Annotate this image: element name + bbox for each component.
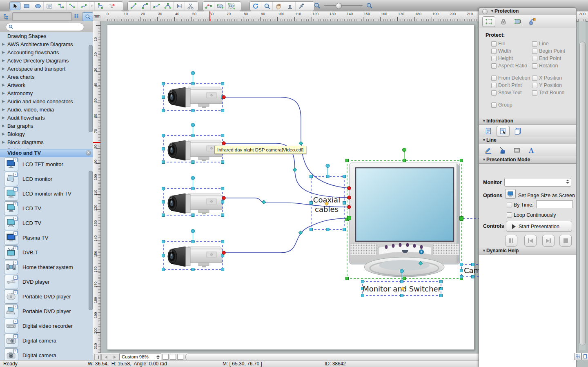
selection-handle[interactable] bbox=[162, 254, 165, 257]
disclosure-triangle-icon[interactable]: ▶ bbox=[0, 75, 7, 79]
selection-handle[interactable] bbox=[460, 159, 463, 162]
pan-window-icon[interactable] bbox=[574, 353, 581, 360]
selection-handle[interactable] bbox=[460, 269, 463, 272]
selection-handle[interactable] bbox=[162, 147, 165, 150]
selection-handle[interactable] bbox=[343, 228, 346, 231]
fit-page-icon[interactable] bbox=[581, 353, 588, 360]
zoom-level-selector[interactable]: Custom 98% bbox=[119, 354, 161, 360]
line-style-icon[interactable] bbox=[482, 145, 494, 155]
rotation-handle[interactable] bbox=[191, 176, 195, 180]
delete-connector-icon[interactable] bbox=[106, 2, 117, 10]
protect-checkbox-group[interactable] bbox=[491, 102, 497, 108]
selection-handle[interactable] bbox=[472, 276, 474, 278]
selection-handle[interactable] bbox=[221, 161, 224, 164]
library-item-row[interactable]: LCD monitor bbox=[0, 171, 93, 186]
by-time-input[interactable] bbox=[536, 200, 573, 208]
page-tabs[interactable] bbox=[163, 354, 183, 360]
library-item-row[interactable]: Home theater system bbox=[0, 260, 93, 274]
curve-connector-icon[interactable] bbox=[78, 2, 89, 10]
rotation-handle[interactable] bbox=[400, 269, 404, 273]
selection-handle[interactable] bbox=[221, 109, 224, 112]
zoom-slider[interactable] bbox=[324, 5, 363, 7]
disclosure-triangle-icon[interactable]: ▶ bbox=[0, 58, 7, 62]
library-item-row[interactable]: DVD player bbox=[0, 274, 93, 289]
arc-icon[interactable] bbox=[139, 2, 151, 10]
disclosure-triangle-icon[interactable]: ▶ bbox=[0, 67, 7, 71]
shadow-style-icon[interactable] bbox=[511, 145, 523, 155]
library-item-row[interactable]: Digital video recorder bbox=[0, 318, 93, 333]
selection-handle[interactable] bbox=[192, 214, 194, 217]
rotation-handle[interactable] bbox=[326, 164, 330, 168]
group-shapes-icon[interactable] bbox=[226, 2, 237, 10]
library-category-row[interactable]: ▶Accounting flowcharts bbox=[0, 48, 93, 56]
panel-close-icon[interactable] bbox=[482, 9, 488, 14]
protect-checkbox-y-position[interactable] bbox=[532, 83, 537, 88]
selection-handle[interactable] bbox=[162, 214, 165, 217]
selection-handle[interactable] bbox=[472, 263, 474, 266]
stamp-icon[interactable] bbox=[284, 2, 296, 10]
rotation-handle[interactable] bbox=[191, 123, 195, 127]
disclosure-triangle-icon[interactable]: ▶ bbox=[0, 50, 7, 54]
library-category-row[interactable]: ▶Audio, video, media bbox=[0, 105, 93, 113]
start-presentation-button[interactable]: Start Presentation bbox=[506, 221, 572, 232]
selection-handle[interactable] bbox=[403, 159, 406, 162]
protect-checkbox-width[interactable] bbox=[491, 49, 497, 54]
selection-handle[interactable] bbox=[361, 294, 364, 297]
plasma-icon[interactable] bbox=[4, 231, 18, 245]
protect-size-icon[interactable] bbox=[512, 17, 524, 27]
selection-handle[interactable] bbox=[310, 202, 313, 205]
library-item-row[interactable]: LCD TV bbox=[0, 216, 93, 230]
library-category-row[interactable]: ▶AWS Architecture Diagrams bbox=[0, 40, 93, 48]
protection-header[interactable]: ▼Protection bbox=[479, 8, 576, 15]
selection-info-icon[interactable] bbox=[497, 126, 510, 136]
selection-handle[interactable] bbox=[326, 228, 329, 231]
dvd-icon[interactable] bbox=[4, 275, 18, 289]
stop-button[interactable] bbox=[559, 235, 572, 247]
cursor-icon[interactable] bbox=[9, 2, 21, 10]
cctv-camera-3[interactable] bbox=[168, 193, 222, 214]
zoom-out-icon[interactable] bbox=[314, 2, 321, 9]
disclosure-triangle-icon[interactable]: ▶ bbox=[0, 107, 7, 111]
protect-checkbox-rotation[interactable] bbox=[532, 63, 537, 69]
zoom-slider-thumb[interactable] bbox=[336, 3, 342, 9]
pause-button[interactable] bbox=[505, 235, 517, 247]
library-category-row[interactable]: ▶Bubble diagrams bbox=[0, 146, 93, 149]
category-scrollbar[interactable] bbox=[89, 45, 93, 132]
theater-icon[interactable] bbox=[4, 260, 18, 274]
rotation-handle[interactable] bbox=[191, 71, 195, 75]
dcam2-icon[interactable] bbox=[4, 348, 18, 360]
lcd-mon-tv-icon[interactable] bbox=[4, 187, 18, 201]
search-icon[interactable] bbox=[82, 12, 93, 21]
disclosure-triangle-icon[interactable]: ▶ bbox=[0, 42, 7, 46]
rectangle-icon[interactable] bbox=[21, 2, 32, 10]
next-page-button[interactable] bbox=[110, 354, 120, 360]
line-header[interactable]: ▼Line bbox=[479, 137, 576, 144]
grid-view-icon[interactable] bbox=[72, 12, 82, 20]
zoom-stepper-icon[interactable] bbox=[156, 355, 160, 359]
information-header[interactable]: ▼Information bbox=[479, 118, 576, 125]
monitor-shape[interactable] bbox=[350, 163, 460, 277]
selection-handle[interactable] bbox=[401, 280, 403, 283]
protect-checkbox-line[interactable] bbox=[532, 41, 537, 47]
protect-checkbox-aspect-ratio[interactable] bbox=[491, 63, 497, 69]
library-item-row[interactable]: LCD TFT monitor bbox=[0, 157, 93, 171]
direct-connector-icon[interactable] bbox=[67, 2, 78, 10]
lcd-tv-b-icon[interactable] bbox=[4, 216, 18, 230]
refresh-icon[interactable] bbox=[250, 2, 261, 10]
disclosure-triangle-icon[interactable]: ▶ bbox=[0, 124, 7, 128]
selection-handle[interactable] bbox=[221, 134, 224, 137]
pdvd2-icon[interactable] bbox=[4, 304, 18, 318]
library-category-row[interactable]: ▶Biology bbox=[0, 130, 93, 138]
library-category-row[interactable]: ▶Block diagrams bbox=[0, 138, 93, 146]
dvr-icon[interactable] bbox=[4, 319, 18, 333]
protect-checkbox-height[interactable] bbox=[491, 56, 497, 61]
disclosure-triangle-icon[interactable]: ▶ bbox=[0, 116, 7, 120]
selection-handle[interactable] bbox=[221, 187, 224, 190]
zoom-in-icon[interactable] bbox=[366, 2, 373, 9]
selection-handle[interactable] bbox=[192, 109, 194, 112]
library-category-row[interactable]: ▶Active Directory Diagrams bbox=[0, 56, 93, 65]
line-icon[interactable] bbox=[128, 2, 139, 10]
selection-handle[interactable] bbox=[192, 134, 194, 137]
cctv-camera-shapes[interactable] bbox=[168, 87, 222, 267]
protect-checkbox-don-t-print[interactable] bbox=[491, 83, 497, 88]
